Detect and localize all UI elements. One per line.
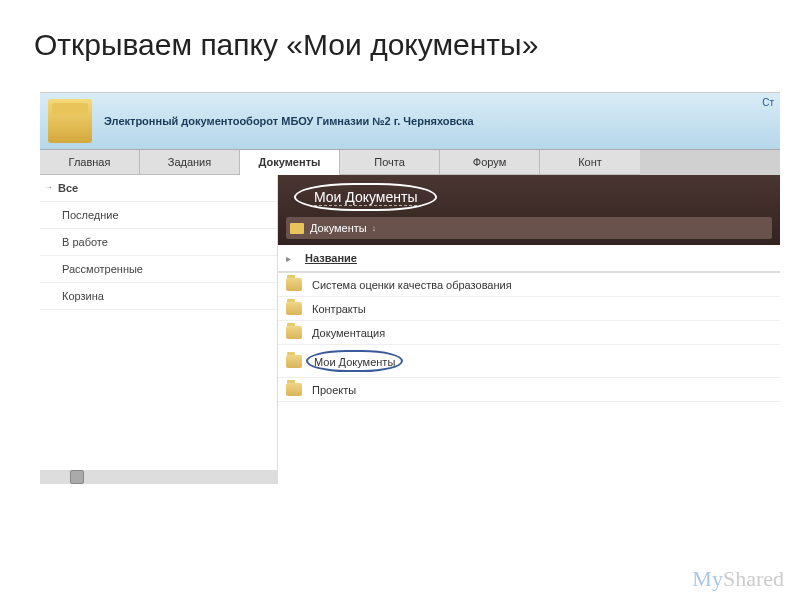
list-item[interactable]: Документация [278, 321, 780, 345]
sidebar-item-recent[interactable]: Последние [40, 202, 277, 229]
list-item-label: Проекты [312, 384, 356, 396]
list-item[interactable]: Контракты [278, 297, 780, 321]
column-name[interactable]: Название [305, 252, 357, 264]
list-item-label: Система оценки качества образования [312, 279, 512, 291]
annotation-oval-row: Мои Документы [306, 350, 403, 372]
list-item-label: Документация [312, 327, 385, 339]
slide-title: Открываем папку «Мои документы» [0, 0, 800, 80]
tabs: Главная Задания Документы Почта Форум Ко… [40, 150, 780, 175]
watermark-text-b: Shared [723, 566, 784, 591]
list-header[interactable]: ▸ Название [278, 245, 780, 273]
sidebar-scrollbar[interactable] [40, 470, 278, 484]
annotation-oval-title: Мои Документы [294, 183, 437, 211]
list-item-mydocuments[interactable]: Мои Документы [278, 345, 780, 378]
content: Все Последние В работе Рассмотренные Кор… [40, 175, 780, 484]
sidebar: Все Последние В работе Рассмотренные Кор… [40, 175, 278, 484]
sidebar-item-all[interactable]: Все [40, 175, 277, 202]
breadcrumb[interactable]: Документы ↓ [286, 217, 772, 239]
folder-icon [286, 355, 302, 368]
app-header: Электронный документооборот МБОУ Гимнази… [40, 93, 780, 150]
list-item[interactable]: Система оценки качества образования [278, 273, 780, 297]
tab-contacts[interactable]: Конт [540, 150, 640, 175]
main-title: Мои Документы [314, 189, 417, 206]
main-panel: Мои Документы Документы ↓ ▸ Название Сис… [278, 175, 780, 484]
sidebar-item-inprogress[interactable]: В работе [40, 229, 277, 256]
list-item-label: Контракты [312, 303, 366, 315]
app-window: Электронный документооборот МБОУ Гимнази… [40, 92, 780, 484]
header-side-text: Ст [762, 97, 774, 108]
tab-mail[interactable]: Почта [340, 150, 440, 175]
folder-icon [286, 326, 302, 339]
tab-forum[interactable]: Форум [440, 150, 540, 175]
scrollbar-thumb[interactable] [70, 470, 84, 484]
folder-icon [290, 223, 304, 234]
folder-icon [286, 383, 302, 396]
tab-main[interactable]: Главная [40, 150, 140, 175]
tab-documents[interactable]: Документы [240, 150, 340, 175]
breadcrumb-text: Документы [310, 222, 367, 234]
sidebar-spacer [40, 310, 277, 470]
list-item-label: Мои Документы [314, 356, 395, 368]
chevron-down-icon: ↓ [372, 223, 377, 233]
folder-icon [48, 99, 92, 143]
document-list: ▸ Название Система оценки качества образ… [278, 245, 780, 402]
main-header-dark: Мои Документы Документы ↓ [278, 175, 780, 245]
sidebar-item-reviewed[interactable]: Рассмотренные [40, 256, 277, 283]
list-item[interactable]: Проекты [278, 378, 780, 402]
folder-icon [286, 278, 302, 291]
watermark: MyShared [692, 566, 784, 592]
watermark-text-a: My [692, 566, 723, 591]
tab-tasks[interactable]: Задания [140, 150, 240, 175]
sidebar-item-trash[interactable]: Корзина [40, 283, 277, 310]
sort-arrow-icon: ▸ [286, 253, 291, 264]
folder-icon [286, 302, 302, 315]
app-title: Электронный документооборот МБОУ Гимнази… [104, 115, 474, 127]
